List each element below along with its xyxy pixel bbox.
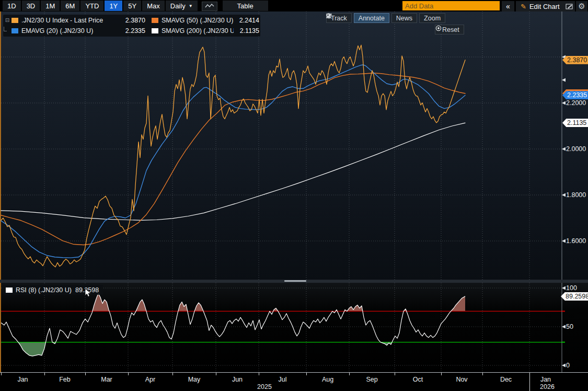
legend-swatch xyxy=(152,28,158,33)
chart-legend: ⊟.JN2/30 U Index - Last Price2.3870SMAVG… xyxy=(3,15,260,37)
time-axis-tick xyxy=(85,373,86,375)
reset-button[interactable]: Reset xyxy=(435,25,464,34)
legend-item-smavg-50-jn2-30-u[interactable]: SMAVG (50) (.JN2/30 U)2.2414 xyxy=(152,17,259,24)
periodicity-label: Daily xyxy=(170,2,186,10)
line-chart-icon xyxy=(205,3,214,9)
smavg-200-jn2-30-u-line xyxy=(1,123,465,220)
chart-type-button[interactable] xyxy=(202,2,217,11)
legend-value: 2.2414 xyxy=(234,17,259,24)
legend-row: EMAVG (20) (.JN2/30 U)2.2335SMAVG (200) … xyxy=(3,26,260,36)
year-label-2025: 2025 xyxy=(257,383,272,390)
range-button-6m[interactable]: 6M xyxy=(61,1,79,11)
range-button-group: 1D3D1M6MYTD1Y5YMax xyxy=(3,0,166,12)
gear-icon: ⚙ xyxy=(578,2,585,11)
range-button-1d[interactable]: 1D xyxy=(3,1,21,11)
chart-edit-icon xyxy=(566,3,573,10)
overbought-fill xyxy=(1,293,465,356)
y-axis-tick xyxy=(562,239,566,243)
reset-label: Reset xyxy=(442,26,459,33)
month-label-may-4: May xyxy=(188,376,201,383)
chart-tool-buttons: TrackAnnotateNewsZoom xyxy=(326,13,447,23)
price-chart-plot[interactable] xyxy=(0,12,588,280)
emavg-20-jn2-30-u-line xyxy=(1,65,465,258)
range-button-3d[interactable]: 3D xyxy=(22,1,40,11)
rsi-legend[interactable]: RSI (8) (.JN2/30 U) 89.2598 xyxy=(3,285,103,295)
chevron-down-icon: ▼ xyxy=(189,4,193,8)
tree-branch-icon xyxy=(3,27,11,36)
month-label-sep-8: Sep xyxy=(366,376,377,383)
double-chevron-left-icon: « xyxy=(506,2,510,10)
toolbar: 1D3D1M6MYTD1Y5YMax Daily ▼ Table « ✎ Edi… xyxy=(0,0,588,12)
range-button-1y[interactable]: 1Y xyxy=(105,1,122,11)
rsi-legend-value: 89.2598 xyxy=(75,286,99,294)
month-label-dec-11: Dec xyxy=(500,376,512,383)
time-axis-tick xyxy=(216,373,216,375)
legend-swatch xyxy=(152,18,158,23)
jn2-30-u-index-last-price-line xyxy=(1,45,465,267)
settings-button[interactable]: ⚙ xyxy=(576,1,587,12)
legend-label: SMAVG (50) (.JN2/30 U) xyxy=(162,17,234,24)
tree-collapse-icon[interactable]: ⊟ xyxy=(3,18,11,23)
month-label-apr-3: Apr xyxy=(145,376,155,383)
panel-left-border xyxy=(0,12,1,280)
legend-value: 2.1135 xyxy=(234,27,259,34)
news-button[interactable]: News xyxy=(391,13,417,23)
range-button-1m[interactable]: 1M xyxy=(41,1,60,11)
periodicity-dropdown[interactable]: Daily ▼ xyxy=(166,1,198,11)
time-axis-tick xyxy=(482,373,483,375)
legend-item-smavg-200-jn2-30-u[interactable]: SMAVG (200) (.JN2/30 U)2.1135 xyxy=(152,27,259,34)
legend-value: 2.2335 xyxy=(121,27,145,34)
y-axis-tick xyxy=(562,78,566,82)
month-label-feb-1: Feb xyxy=(59,376,71,383)
table-button[interactable]: Table xyxy=(223,1,268,11)
panel-left-border xyxy=(0,283,1,372)
range-button-max[interactable]: Max xyxy=(142,1,165,11)
time-axis-tick xyxy=(349,373,350,375)
resize-grip-icon xyxy=(284,280,306,282)
magnifier-icon xyxy=(326,13,332,19)
rsi-chart-panel: RSI (8) (.JN2/30 U) 89.2598 xyxy=(0,283,588,372)
chart-note-button[interactable] xyxy=(563,1,575,12)
edit-chart-button[interactable]: ✎ Edit Chart xyxy=(516,1,564,12)
legend-swatch xyxy=(11,28,18,33)
add-data-input[interactable] xyxy=(402,1,500,10)
y-axis-tick xyxy=(562,147,566,151)
rsi-legend-label: RSI (8) (.JN2/30 U) xyxy=(16,286,72,294)
rsi-legend-swatch xyxy=(6,288,13,293)
time-axis-tick xyxy=(395,373,395,375)
month-label-jun-5: Jun xyxy=(232,376,243,383)
legend-item-jn2-30-u-index-last-price[interactable]: .JN2/30 U Index - Last Price2.3870 xyxy=(11,17,145,24)
time-axis-tick xyxy=(44,373,45,375)
news-label: News xyxy=(396,15,412,22)
legend-label: EMAVG (20) (.JN2/30 U) xyxy=(21,27,121,34)
zoom-button[interactable]: Zoom xyxy=(419,13,445,23)
y-axis-tick xyxy=(562,55,566,59)
rsi-line xyxy=(1,293,465,356)
time-axis-tick xyxy=(172,373,173,375)
rsi-axis-tick xyxy=(562,286,566,290)
zoom-label: Zoom xyxy=(424,15,441,22)
legend-item-emavg-20-jn2-30-u[interactable]: EMAVG (20) (.JN2/30 U)2.2335 xyxy=(11,27,145,34)
oversold-fill xyxy=(1,293,465,356)
rsi-chart-plot[interactable] xyxy=(0,283,588,372)
legend-label: SMAVG (200) (.JN2/30 U) xyxy=(162,27,234,34)
legend-swatch xyxy=(11,18,18,23)
pencil-icon: ✎ xyxy=(521,3,526,10)
year-label-2026: 2026 xyxy=(540,383,555,390)
range-button-5y[interactable]: 5Y xyxy=(123,1,141,11)
month-label-nov-10: Nov xyxy=(456,376,467,383)
track-label: Track xyxy=(331,15,347,22)
rsi-axis-tick xyxy=(562,325,566,329)
range-button-ytd[interactable]: YTD xyxy=(80,1,103,11)
time-axis-tick xyxy=(1,373,2,375)
rsi-axis-tick xyxy=(562,364,566,367)
month-label-jan-0: Jan xyxy=(17,376,28,383)
collapse-panel-button[interactable]: « xyxy=(502,1,514,12)
annotate-button[interactable]: Annotate xyxy=(354,13,389,23)
month-label-jan-12: Jan xyxy=(540,376,551,383)
time-axis: JanFebMarAprMayJunJulAugSepOctNovDecJan2… xyxy=(0,372,588,391)
y-axis-tick xyxy=(562,101,566,105)
price-chart-panel: ⊟.JN2/30 U Index - Last Price2.3870SMAVG… xyxy=(0,12,588,280)
y-axis-tick xyxy=(562,193,566,197)
time-axis-tick xyxy=(128,373,129,375)
